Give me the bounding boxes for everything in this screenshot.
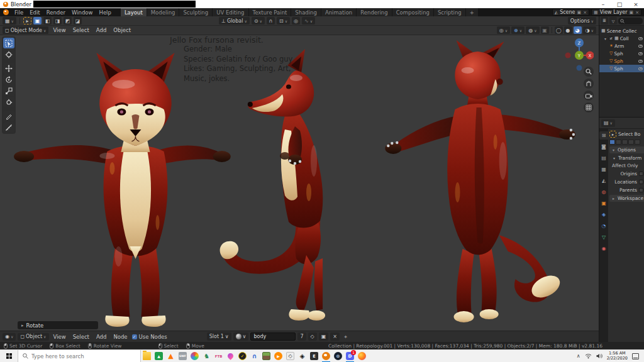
properties-editor-type-selector[interactable]: ▤∨: [601, 119, 615, 127]
menu-edit[interactable]: Edit: [26, 9, 43, 16]
swf-app-icon[interactable]: SWF: [177, 350, 189, 362]
tab-render[interactable]: ◙: [599, 143, 608, 151]
epic-games-icon[interactable]: E: [308, 350, 320, 362]
tab-shading[interactable]: Shading: [291, 8, 321, 16]
outliner-row-armature[interactable]: ✶ Arm: [599, 42, 644, 50]
material-users-button[interactable]: 7: [297, 332, 306, 341]
tab-rendering[interactable]: Rendering: [357, 8, 392, 16]
menu-render[interactable]: Render: [43, 9, 69, 16]
remove-layer-icon[interactable]: ×: [635, 10, 639, 15]
tool-rotate[interactable]: [3, 74, 14, 85]
eye-icon[interactable]: [638, 37, 643, 40]
workspace-section[interactable]: ▸Workspace: [609, 195, 644, 202]
tool-annotate[interactable]: [3, 111, 14, 121]
menu-help[interactable]: Help: [96, 9, 114, 16]
operator-panel-rotate[interactable]: ▸ Rotate: [18, 321, 98, 329]
menu-object[interactable]: Object: [111, 27, 133, 33]
mode-intersect-icon[interactable]: [635, 140, 640, 145]
minimize-button[interactable]: –: [595, 1, 611, 8]
check-app-icon[interactable]: ✓: [236, 350, 248, 362]
outliner-search-input[interactable]: [618, 18, 643, 25]
shading-wireframe-icon[interactable]: ◯: [555, 26, 563, 34]
node-menu-select[interactable]: Select: [70, 334, 92, 340]
node-menu-add[interactable]: Add: [94, 334, 109, 340]
minecraft-icon[interactable]: [260, 350, 272, 362]
discord-icon[interactable]: D1: [344, 350, 356, 362]
unity-hub-icon[interactable]: ◇: [284, 350, 296, 362]
eye-icon[interactable]: [638, 67, 643, 70]
select-mode-subtract-icon[interactable]: ◨: [53, 17, 62, 25]
audio-app-icon[interactable]: ∩: [248, 350, 260, 362]
shader-editor-type-selector[interactable]: ◉∨: [3, 333, 16, 341]
mode-subtract-icon[interactable]: [622, 140, 628, 145]
wifi-icon[interactable]: [585, 353, 592, 359]
eye-icon[interactable]: [638, 52, 643, 55]
tool-transform[interactable]: [3, 97, 14, 107]
snap-magnet-icon[interactable]: ∩: [267, 17, 275, 25]
tool-select-box[interactable]: [3, 38, 14, 48]
material-name-field[interactable]: [250, 332, 296, 341]
gizmos-dropdown[interactable]: ⊕∨: [511, 26, 525, 34]
locations-checkbox[interactable]: [639, 180, 643, 184]
tab-world[interactable]: ◍: [599, 188, 608, 196]
tab-texture-paint[interactable]: Texture Paint: [249, 8, 292, 16]
tab-compositing[interactable]: Compositing: [392, 8, 434, 16]
pin-icon[interactable]: ✦: [343, 334, 348, 340]
3d-viewport[interactable]: Jello Fox fursona revisit. Gender: Male …: [0, 35, 599, 331]
tab-scripting[interactable]: Scripting: [434, 8, 466, 16]
outliner-row-scene-collection[interactable]: ▦ Scene Collec: [599, 27, 644, 35]
copy-material-icon[interactable]: ▣: [319, 332, 329, 341]
falloff-dropdown[interactable]: ∿∨: [302, 17, 315, 25]
tool-cursor[interactable]: [3, 49, 14, 60]
tab-modeling[interactable]: Modeling: [147, 8, 180, 16]
locations-option[interactable]: Locations: [609, 178, 644, 185]
photos-app-icon[interactable]: ▲: [153, 350, 165, 362]
overlays-dropdown[interactable]: ◍∨: [526, 26, 539, 34]
outliner-row-mesh[interactable]: ▽ Sph: [599, 57, 644, 65]
tab-sculpting[interactable]: Sculpting: [179, 8, 213, 16]
shading-solid-icon[interactable]: ●: [564, 26, 572, 34]
tab-scene[interactable]: ◭: [599, 177, 608, 185]
blender-taskbar-icon[interactable]: [320, 350, 332, 362]
outliner-display-mode-dropdown[interactable]: ≣: [601, 17, 608, 25]
eye-icon[interactable]: [638, 45, 643, 48]
mode-invert-icon[interactable]: [628, 140, 634, 145]
view-layer-selector[interactable]: ▦ View Layer ▣ ×: [591, 9, 641, 16]
camera-view-button[interactable]: [584, 90, 594, 101]
transform-orientation-dropdown[interactable]: ⊥ Global∨: [219, 17, 250, 25]
outliner-row-collection[interactable]: ▾ ▦ Coll: [599, 35, 644, 42]
editor-type-selector[interactable]: ▦∨: [3, 17, 16, 25]
close-button[interactable]: ×: [628, 1, 644, 8]
tab-object[interactable]: ▣: [599, 199, 608, 207]
snap-target-dropdown[interactable]: ⊡∨: [277, 17, 290, 25]
node-menu-view[interactable]: View: [51, 334, 69, 340]
tab-object-data[interactable]: ▽: [599, 233, 608, 241]
search-input[interactable]: [31, 353, 126, 359]
options-dropdown[interactable]: Options∨: [568, 17, 596, 25]
unlink-scene-icon[interactable]: ×: [583, 10, 587, 15]
eye-icon[interactable]: [638, 60, 643, 63]
taskbar-clock[interactable]: 1:56 AM 2/22/2020: [607, 351, 628, 361]
tab-uv-editing[interactable]: UV Editing: [213, 8, 248, 16]
blender-logo-icon[interactable]: [3, 9, 9, 15]
parents-checkbox[interactable]: [639, 188, 643, 192]
use-nodes-checkbox[interactable]: ✓: [132, 334, 137, 339]
collection-checkbox[interactable]: [609, 36, 613, 41]
firefox-icon[interactable]: [356, 350, 368, 362]
object-visibility-dropdown[interactable]: ◎∨: [497, 26, 510, 34]
maximize-button[interactable]: □: [611, 1, 628, 8]
unlink-material-icon[interactable]: ×: [330, 332, 340, 341]
start-button[interactable]: [0, 350, 18, 362]
game-app-icon[interactable]: ♞: [201, 350, 213, 362]
tab-physics[interactable]: ◔: [599, 222, 608, 230]
tool-scale[interactable]: [3, 85, 14, 96]
shading-material-icon[interactable]: ◕: [574, 26, 582, 34]
steam-icon[interactable]: ⊙: [332, 350, 344, 362]
tool-measure[interactable]: [3, 122, 14, 133]
new-layer-icon[interactable]: ▣: [630, 10, 634, 15]
mode-dropdown[interactable]: ◻ Object Mode∨: [3, 26, 48, 34]
unity-icon[interactable]: ◈: [296, 350, 308, 362]
pivot-point-dropdown[interactable]: ⊙∨: [252, 17, 265, 25]
tool-move[interactable]: [3, 63, 14, 74]
tab-layout[interactable]: Layout: [121, 8, 147, 16]
